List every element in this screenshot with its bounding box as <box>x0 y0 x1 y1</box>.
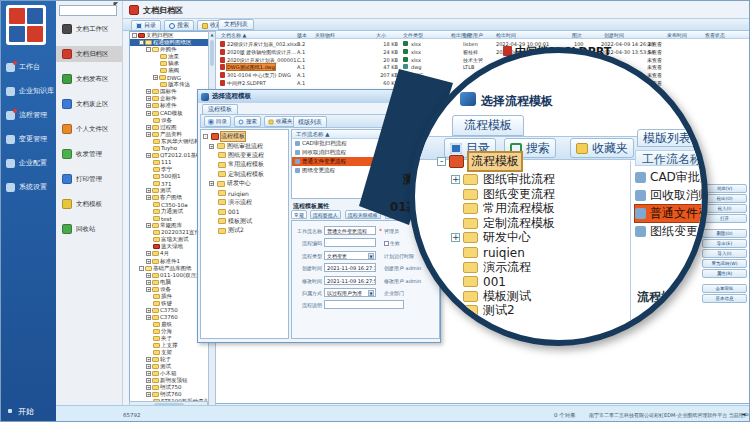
expand-icon[interactable]: + <box>146 223 151 228</box>
expand-icon[interactable]: + <box>209 144 214 149</box>
tree-node[interactable]: 版本传达 <box>130 81 215 88</box>
props-tab-2[interactable]: 流程签批人 <box>310 210 341 219</box>
magnified-workflow-row[interactable]: 回收取消归 <box>635 187 708 204</box>
sidebar-item-5[interactable]: 企业配置 <box>1 153 56 173</box>
column-header[interactable]: 创建时间 <box>604 32 624 38</box>
workspace-item[interactable]: 文档发布区 <box>56 71 123 87</box>
expand-icon[interactable]: + <box>146 153 151 158</box>
dialog-tree-node[interactable]: 演示流程 <box>201 198 288 207</box>
dropdown-arrow-icon[interactable]: ▼ <box>368 290 374 296</box>
toolbar-tab-2[interactable]: 搜索 <box>164 20 194 31</box>
expand-icon[interactable]: + <box>451 175 460 184</box>
workspace-item[interactable]: 文档归档区 <box>56 46 123 62</box>
expand-icon[interactable]: + <box>146 287 151 292</box>
action-button-1[interactable]: 浏览(V) <box>702 184 747 193</box>
sidebar-item-2[interactable]: 企业知识库 <box>1 81 56 101</box>
collapse-icon[interactable]: - <box>139 40 144 45</box>
dialog-titlebar[interactable]: 选择流程模板 <box>198 90 440 103</box>
expand-icon[interactable]: + <box>146 103 151 108</box>
column-header[interactable]: 图次 <box>572 32 582 38</box>
column-header[interactable]: 大小 <box>376 32 386 38</box>
collapse-icon[interactable]: - <box>139 266 144 271</box>
field-input-6[interactable]: 以过程用户为准▼ <box>324 288 376 297</box>
workspace-filter-input[interactable] <box>59 5 117 16</box>
field-input-4[interactable]: 2021-11-09 16:27:18 <box>324 263 376 272</box>
magnified-list-header[interactable]: 工作流名称 <box>635 150 708 166</box>
expand-icon[interactable]: + <box>209 181 214 186</box>
action-button-3[interactable]: 检入(I) <box>702 204 747 213</box>
tree-node[interactable]: +轮子 <box>130 356 215 363</box>
expand-icon[interactable]: + <box>146 315 151 320</box>
action-button-4[interactable]: 打开 <box>702 214 747 223</box>
tree-node[interactable]: +小木箱 <box>130 370 215 377</box>
tree-node[interactable]: +新明发顶钮 <box>130 377 215 384</box>
collapse-icon[interactable]: - <box>132 33 137 38</box>
expand-icon[interactable]: + <box>153 75 158 80</box>
field-input-5[interactable]: 2021-11-09 16:27:57 <box>324 276 376 285</box>
expand-icon[interactable]: + <box>146 259 151 264</box>
column-header[interactable]: 文档名称 ▲ <box>221 32 246 38</box>
expand-icon[interactable]: + <box>146 273 151 278</box>
expand-icon[interactable]: + <box>146 89 151 94</box>
dialog-list-header[interactable]: 工作流名称 ▲ <box>292 130 439 139</box>
table-row[interactable]: 22级设计开发计划表_002.xlsxB.218 KBxlsxlisben202… <box>216 40 750 48</box>
magnified-toolbar-tab-3[interactable]: 收藏夹 <box>570 138 634 158</box>
dialog-tree-node[interactable]: +研发中心 <box>201 179 288 188</box>
table-row[interactable]: 2020设计开发计划表_000001...C.120 KBxlsx技术主管未查看 <box>216 56 750 64</box>
scrollbar-thumb[interactable] <box>210 40 214 66</box>
field-input-2[interactable] <box>324 238 376 247</box>
tree-node[interactable]: -文档归档区 <box>130 32 215 39</box>
expand-icon[interactable]: + <box>146 371 151 376</box>
workspace-item[interactable]: 打印管理 <box>56 171 123 187</box>
column-header[interactable]: 创建用户 <box>463 32 483 38</box>
checkbox[interactable] <box>384 241 389 246</box>
expand-icon[interactable]: + <box>146 96 151 101</box>
dialog-toolbar-tab-3[interactable]: 收藏夹 <box>264 116 297 127</box>
expand-icon[interactable]: + <box>146 251 151 256</box>
collapse-icon[interactable]: - <box>437 157 446 166</box>
field-input-3[interactable]: 文档变更▼ <box>324 251 376 260</box>
start-button[interactable]: 开始 <box>1 399 56 422</box>
dialog-tree-node[interactable]: 图纸变更流程 <box>201 151 288 160</box>
expand-icon[interactable]: + <box>146 364 151 369</box>
dropdown-arrow-icon[interactable]: ▼ <box>368 253 374 259</box>
magnified-tab-template-list[interactable]: 模版列表 <box>637 129 697 147</box>
collapse-icon[interactable]: - <box>203 134 208 139</box>
dialog-tree-node[interactable]: +图纸审批流程 <box>201 141 288 150</box>
expand-icon[interactable]: + <box>146 308 151 313</box>
table-row[interactable]: 2020版 建铁轴绘图纸设计开...A.124 KBxlsx翟桂祥2022-04… <box>216 48 750 56</box>
column-header[interactable]: 版本 <box>297 32 307 38</box>
column-header[interactable]: 检出时间 <box>496 32 516 38</box>
action-button-9[interactable]: 属性(R) <box>702 269 747 278</box>
dialog-tab-flow-template[interactable]: 流程模板 <box>202 104 238 114</box>
dialog-tree-node[interactable]: 001 <box>201 207 288 216</box>
action-button-2[interactable]: 检出(O) <box>702 194 747 203</box>
workspace-item[interactable]: 文档工作区 <box>56 21 123 37</box>
workspace-item[interactable]: 收发管理 <box>56 146 123 162</box>
magnified-tree-node[interactable]: +研发中心 <box>451 230 531 245</box>
tree-node[interactable]: +明试750 <box>130 384 215 391</box>
action-button-8[interactable]: 置为流转(W) <box>702 259 747 268</box>
expand-icon[interactable]: + <box>146 111 151 116</box>
action-button-5[interactable]: 删除(D) <box>702 229 747 238</box>
magnified-tree-root[interactable]: -流程模板 <box>437 154 521 169</box>
column-header[interactable]: 关联物料 <box>315 32 335 38</box>
dialog-tree-node[interactable]: 测试2 <box>201 226 288 235</box>
tree-node[interactable]: 轴承 <box>130 60 215 67</box>
tree-node[interactable]: 底阀 <box>130 67 215 74</box>
expand-icon[interactable]: + <box>146 385 151 390</box>
dialog-tree-node[interactable]: 定制流程模板 <box>201 170 288 179</box>
sidebar-item-6[interactable]: 系统设置 <box>1 177 56 197</box>
action-button-10[interactable]: 会签审批 <box>702 284 747 293</box>
expand-icon[interactable]: + <box>146 357 151 362</box>
workspace-item[interactable]: 回收站 <box>56 221 123 237</box>
expand-icon[interactable]: + <box>146 132 151 137</box>
status-arrow-icon[interactable]: ◄ <box>741 411 745 417</box>
magnified-workflow-row[interactable]: 普通文件变 <box>635 205 708 222</box>
collapse-icon[interactable]: - <box>146 47 151 52</box>
tree-node[interactable]: +测试 <box>130 363 215 370</box>
expand-icon[interactable]: + <box>146 195 151 200</box>
dialog-toolbar-tab-2[interactable]: 搜索 <box>234 116 261 127</box>
tree-node[interactable]: 上支撑 <box>130 342 215 349</box>
dialog-tree-node[interactable]: 模板测试 <box>201 217 288 226</box>
